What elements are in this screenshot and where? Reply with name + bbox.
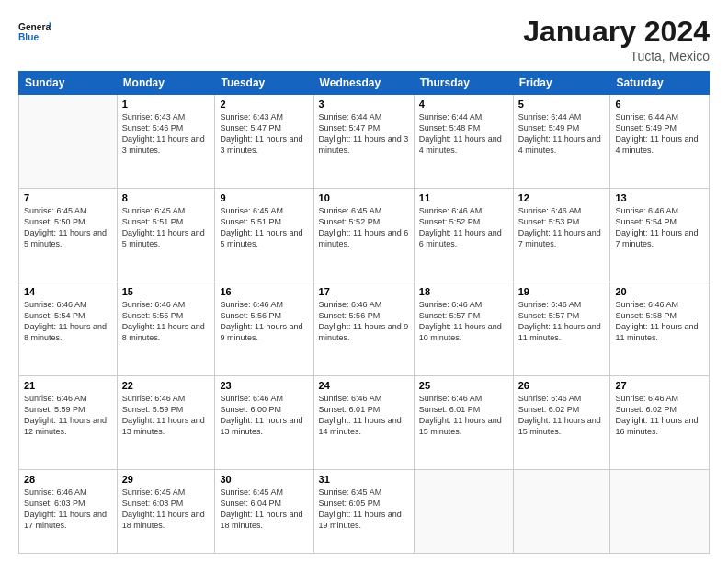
day-number: 31 [319,474,409,485]
day-number: 30 [220,474,308,485]
day-number: 11 [419,192,508,203]
table-row [513,469,610,553]
table-row: 20 Sunrise: 6:46 AMSunset: 5:58 PMDaylig… [610,282,710,375]
table-row: 10 Sunrise: 6:45 AMSunset: 5:52 PMDaylig… [313,188,414,282]
table-row: 31 Sunrise: 6:45 AMSunset: 6:05 PMDaylig… [313,469,414,553]
day-info: Sunrise: 6:46 AMSunset: 5:54 PMDaylight:… [615,205,704,250]
table-row: 1 Sunrise: 6:43 AMSunset: 5:46 PMDayligh… [117,95,215,189]
day-number: 9 [220,192,308,203]
day-info: Sunrise: 6:45 AMSunset: 5:50 PMDaylight:… [24,205,112,250]
table-row: 29 Sunrise: 6:45 AMSunset: 6:03 PMDaylig… [117,469,215,553]
day-info: Sunrise: 6:44 AMSunset: 5:49 PMDaylight:… [518,111,606,156]
table-row: 23 Sunrise: 6:46 AMSunset: 6:00 PMDaylig… [215,375,313,469]
table-row: 22 Sunrise: 6:46 AMSunset: 5:59 PMDaylig… [117,375,215,469]
day-number: 25 [419,380,508,391]
day-info: Sunrise: 6:46 AMSunset: 6:01 PMDaylight:… [419,393,508,438]
logo-svg: General Blue [18,15,51,48]
day-number: 8 [122,192,210,203]
col-monday: Monday [117,72,215,95]
day-info: Sunrise: 6:46 AMSunset: 5:52 PMDaylight:… [419,205,508,250]
day-number: 17 [319,286,409,297]
day-number: 27 [615,380,704,391]
table-row: 25 Sunrise: 6:46 AMSunset: 6:01 PMDaylig… [414,375,513,469]
table-row: 3 Sunrise: 6:44 AMSunset: 5:47 PMDayligh… [313,95,414,189]
day-number: 29 [122,474,210,485]
day-info: Sunrise: 6:46 AMSunset: 5:55 PMDaylight:… [122,299,210,344]
day-number: 1 [122,98,210,109]
day-info: Sunrise: 6:45 AMSunset: 5:51 PMDaylight:… [122,205,210,250]
table-row [19,95,118,189]
logo: General Blue [18,15,51,48]
table-row: 8 Sunrise: 6:45 AMSunset: 5:51 PMDayligh… [117,188,215,282]
table-row: 15 Sunrise: 6:46 AMSunset: 5:55 PMDaylig… [117,282,215,375]
table-row: 4 Sunrise: 6:44 AMSunset: 5:48 PMDayligh… [414,95,513,189]
header: General Blue January 2024 Tucta, Mexico [18,15,710,63]
table-row: 12 Sunrise: 6:46 AMSunset: 5:53 PMDaylig… [513,188,610,282]
location: Tucta, Mexico [523,49,710,63]
calendar-week-row: 21 Sunrise: 6:46 AMSunset: 5:59 PMDaylig… [19,375,710,469]
table-row: 7 Sunrise: 6:45 AMSunset: 5:50 PMDayligh… [19,188,118,282]
day-number: 16 [220,286,308,297]
day-number: 28 [24,474,112,485]
table-row [414,469,513,553]
day-info: Sunrise: 6:46 AMSunset: 5:56 PMDaylight:… [319,299,409,344]
table-row: 19 Sunrise: 6:46 AMSunset: 5:57 PMDaylig… [513,282,610,375]
day-info: Sunrise: 6:46 AMSunset: 6:02 PMDaylight:… [518,393,606,438]
calendar-week-row: 1 Sunrise: 6:43 AMSunset: 5:46 PMDayligh… [19,95,710,189]
col-thursday: Thursday [414,72,513,95]
table-row [610,469,710,553]
day-info: Sunrise: 6:44 AMSunset: 5:48 PMDaylight:… [419,111,508,156]
day-info: Sunrise: 6:46 AMSunset: 5:57 PMDaylight:… [518,299,606,344]
svg-text:General: General [18,22,51,32]
day-number: 12 [518,192,606,203]
day-info: Sunrise: 6:45 AMSunset: 5:52 PMDaylight:… [319,205,409,250]
day-info: Sunrise: 6:46 AMSunset: 6:02 PMDaylight:… [615,393,704,438]
day-number: 7 [24,192,112,203]
day-info: Sunrise: 6:45 AMSunset: 6:03 PMDaylight:… [122,487,210,532]
calendar-week-row: 14 Sunrise: 6:46 AMSunset: 5:54 PMDaylig… [19,282,710,375]
day-number: 24 [319,380,409,391]
table-row: 28 Sunrise: 6:46 AMSunset: 6:03 PMDaylig… [19,469,118,553]
col-sunday: Sunday [19,72,118,95]
calendar-header-row: Sunday Monday Tuesday Wednesday Thursday… [19,72,710,95]
table-row: 13 Sunrise: 6:46 AMSunset: 5:54 PMDaylig… [610,188,710,282]
day-info: Sunrise: 6:45 AMSunset: 6:05 PMDaylight:… [319,487,409,532]
table-row: 5 Sunrise: 6:44 AMSunset: 5:49 PMDayligh… [513,95,610,189]
day-info: Sunrise: 6:46 AMSunset: 6:03 PMDaylight:… [24,487,112,532]
calendar-table: Sunday Monday Tuesday Wednesday Thursday… [18,71,710,554]
title-block: January 2024 Tucta, Mexico [523,15,710,63]
col-friday: Friday [513,72,610,95]
table-row: 9 Sunrise: 6:45 AMSunset: 5:51 PMDayligh… [215,188,313,282]
day-info: Sunrise: 6:44 AMSunset: 5:47 PMDaylight:… [319,111,409,156]
day-number: 18 [419,286,508,297]
table-row: 11 Sunrise: 6:46 AMSunset: 5:52 PMDaylig… [414,188,513,282]
day-number: 13 [615,192,704,203]
day-info: Sunrise: 6:44 AMSunset: 5:49 PMDaylight:… [615,111,704,156]
day-number: 15 [122,286,210,297]
day-number: 23 [220,380,308,391]
day-info: Sunrise: 6:46 AMSunset: 6:01 PMDaylight:… [319,393,409,438]
table-row: 30 Sunrise: 6:45 AMSunset: 6:04 PMDaylig… [215,469,313,553]
day-info: Sunrise: 6:46 AMSunset: 5:53 PMDaylight:… [518,205,606,250]
table-row: 18 Sunrise: 6:46 AMSunset: 5:57 PMDaylig… [414,282,513,375]
calendar-week-row: 7 Sunrise: 6:45 AMSunset: 5:50 PMDayligh… [19,188,710,282]
col-saturday: Saturday [610,72,710,95]
day-info: Sunrise: 6:46 AMSunset: 5:59 PMDaylight:… [122,393,210,438]
table-row: 17 Sunrise: 6:46 AMSunset: 5:56 PMDaylig… [313,282,414,375]
col-wednesday: Wednesday [313,72,414,95]
day-info: Sunrise: 6:46 AMSunset: 5:58 PMDaylight:… [615,299,704,344]
table-row: 27 Sunrise: 6:46 AMSunset: 6:02 PMDaylig… [610,375,710,469]
calendar-week-row: 28 Sunrise: 6:46 AMSunset: 6:03 PMDaylig… [19,469,710,553]
table-row: 26 Sunrise: 6:46 AMSunset: 6:02 PMDaylig… [513,375,610,469]
table-row: 16 Sunrise: 6:46 AMSunset: 5:56 PMDaylig… [215,282,313,375]
day-number: 21 [24,380,112,391]
day-number: 22 [122,380,210,391]
day-number: 6 [615,98,704,109]
month-title: January 2024 [523,15,710,49]
table-row: 14 Sunrise: 6:46 AMSunset: 5:54 PMDaylig… [19,282,118,375]
day-info: Sunrise: 6:46 AMSunset: 6:00 PMDaylight:… [220,393,308,438]
table-row: 2 Sunrise: 6:43 AMSunset: 5:47 PMDayligh… [215,95,313,189]
table-row: 21 Sunrise: 6:46 AMSunset: 5:59 PMDaylig… [19,375,118,469]
svg-text:Blue: Blue [18,32,39,42]
table-row: 6 Sunrise: 6:44 AMSunset: 5:49 PMDayligh… [610,95,710,189]
